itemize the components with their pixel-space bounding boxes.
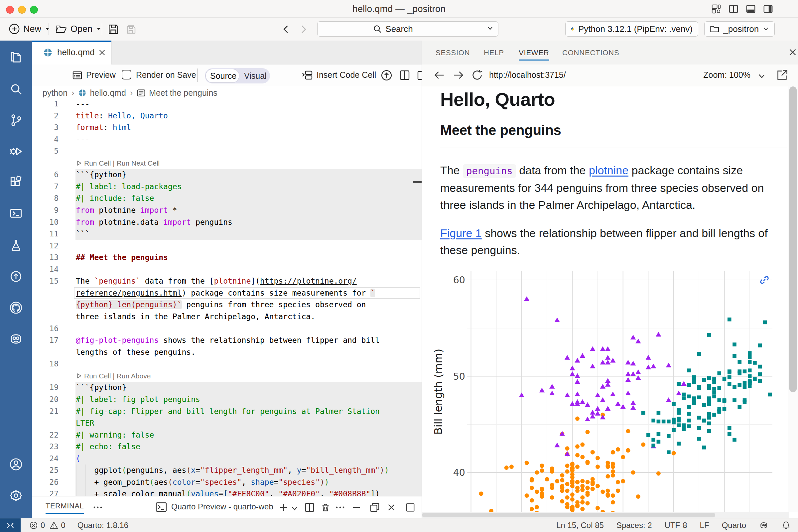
terminal-session-label[interactable]: Quarto Preview - quarto-web	[171, 502, 273, 511]
code-line[interactable]: LTER	[32, 417, 413, 429]
breadcrumb-folder[interactable]: python	[42, 88, 68, 98]
toggle-secondary-sidebar-icon[interactable]	[763, 4, 773, 14]
horizontal-scrollbar-thumb[interactable]	[422, 513, 715, 517]
code-line[interactable]: 18	[32, 358, 413, 370]
tab-viewer[interactable]: VIEWER	[519, 49, 549, 60]
code-line[interactable]: 21#| fig-cap: Flipper and bill length fo…	[32, 406, 413, 418]
code-line[interactable]: 12	[32, 240, 413, 252]
language-mode[interactable]: Quarto	[722, 521, 746, 530]
terminal-dropdown-chevron-icon[interactable]	[291, 505, 299, 512]
copilot-icon[interactable]	[8, 331, 24, 347]
code-line[interactable]: 9from plotnine import *	[32, 205, 413, 216]
tab-session[interactable]: SESSION	[436, 49, 470, 57]
viewer-zoom-label[interactable]: Zoom: 100%	[703, 70, 750, 80]
toggle-panel-icon[interactable]	[746, 4, 756, 14]
code-line[interactable]: 8#| include: false	[32, 192, 413, 205]
code-line[interactable]: 5	[32, 145, 413, 157]
code-line[interactable]: 7#| label: load-packages	[32, 181, 413, 193]
indentation[interactable]: Spaces: 2	[616, 521, 652, 530]
viewer-url[interactable]: http://localhost:3715/	[489, 70, 566, 80]
code-line[interactable]: 27 + scale_color_manual(values=["#FF8C00…	[32, 488, 413, 496]
settings-gear-icon[interactable]	[8, 488, 24, 504]
search-history-chevron-icon[interactable]	[487, 25, 493, 35]
viewer-back-icon[interactable]	[433, 69, 445, 81]
visual-toggle-label[interactable]: Visual	[244, 71, 267, 81]
breadcrumb-symbol[interactable]: Meet the penguins	[149, 88, 217, 98]
code-line[interactable]: 24(	[32, 453, 413, 465]
figure-anchor-link-icon[interactable]	[758, 274, 771, 286]
navigate-back-icon[interactable]	[281, 24, 291, 34]
terminal-tab[interactable]: TERMINAL	[45, 502, 84, 514]
new-terminal-icon[interactable]	[279, 502, 289, 512]
notifications-bell-icon[interactable]	[781, 521, 791, 530]
kill-terminal-icon[interactable]	[321, 502, 330, 512]
close-panel-icon[interactable]	[386, 502, 396, 512]
viewer-reload-icon[interactable]	[471, 69, 483, 81]
quarto-version[interactable]: Quarto: 1.8.16	[77, 521, 128, 530]
remote-indicator[interactable]	[0, 518, 21, 532]
copilot-status-icon[interactable]	[759, 520, 769, 530]
workspace-selector-button[interactable]: _positron	[704, 21, 775, 37]
search-icon[interactable]	[8, 81, 24, 97]
code-line[interactable]: 14	[32, 264, 413, 276]
explorer-icon[interactable]	[8, 50, 24, 65]
save-icon[interactable]	[108, 24, 119, 35]
render-document-icon[interactable]	[381, 70, 392, 81]
open-in-browser-icon[interactable]	[776, 69, 788, 81]
code-line[interactable]: 22#| warning: false	[32, 429, 413, 441]
code-line[interactable]: 2title: Hello, Quarto	[32, 110, 413, 122]
minimize-panel-icon[interactable]	[352, 502, 361, 512]
breadcrumb-file[interactable]: hello.qmd	[90, 88, 126, 98]
code-line[interactable]: 20#| label: fig-plot-penguins	[32, 394, 413, 406]
open-button[interactable]: Open	[55, 22, 102, 36]
code-line[interactable]: 19```{python}	[32, 382, 413, 394]
run-and-debug-icon[interactable]	[8, 144, 24, 159]
zoom-chevron-icon[interactable]	[757, 72, 766, 80]
panel-layout-icon[interactable]	[405, 502, 415, 512]
code-line[interactable]: 15The `penguins` data from the [plotnine…	[32, 275, 413, 287]
source-control-icon[interactable]	[8, 112, 24, 128]
code-editor[interactable]: 1---2title: Hello, Quarto3format: html4-…	[32, 98, 422, 496]
run-cell-decoration[interactable]: Run Cell | Run Next Cell	[32, 157, 413, 169]
problems-indicator[interactable]: 0 0	[29, 521, 65, 530]
code-line[interactable]: 4---	[32, 134, 413, 146]
code-line[interactable]: {python} len(penguins)` penguins from th…	[32, 299, 413, 311]
tab-connections[interactable]: CONNECTIONS	[562, 49, 619, 57]
customize-layout-icon[interactable]	[711, 4, 721, 14]
code-line[interactable]: 26 + geom_point(aes(color="species", sha…	[32, 476, 413, 489]
code-line[interactable]: three islands in the Palmer Archipelago,…	[32, 311, 413, 323]
source-toggle-label[interactable]: Source	[210, 71, 236, 81]
viewer-horizontal-scrollbar[interactable]	[422, 512, 789, 518]
terminal-more-actions-icon[interactable]	[336, 506, 345, 512]
code-line[interactable]: 1---	[32, 98, 413, 110]
eol-sequence[interactable]: LF	[700, 521, 709, 530]
code-line[interactable]: 3format: html	[32, 122, 413, 134]
encoding[interactable]: UTF-8	[665, 521, 687, 530]
insert-code-cell-icon[interactable]	[302, 70, 313, 80]
close-tab-icon[interactable]	[98, 48, 107, 57]
split-editor-icon[interactable]	[399, 70, 410, 80]
code-line[interactable]: 11```	[32, 228, 413, 240]
search-input[interactable]: Search	[317, 21, 498, 37]
code-line[interactable]: 23#| echo: false	[32, 441, 413, 453]
code-line[interactable]: lengths of these penguins.	[32, 346, 413, 358]
publish-icon[interactable]	[8, 269, 24, 284]
viewer-forward-icon[interactable]	[453, 69, 464, 81]
navigate-forward-icon[interactable]	[299, 24, 308, 34]
new-button[interactable]: New	[8, 22, 51, 36]
extensions-icon[interactable]	[8, 175, 24, 191]
inline-link[interactable]: plotnine	[589, 164, 628, 176]
preview-button-label[interactable]: Preview	[86, 70, 116, 80]
inline-link[interactable]: Figure 1	[440, 227, 482, 240]
cursor-position[interactable]: Ln 15, Col 85	[556, 521, 604, 530]
code-line[interactable]: 25 ggplot(penguins, aes(x="flipper_lengt…	[32, 464, 413, 476]
panel-more-actions-icon[interactable]	[93, 506, 103, 512]
split-terminal-icon[interactable]	[305, 502, 315, 512]
preview-icon[interactable]	[72, 70, 82, 80]
code-line[interactable]: 17@fig-plot-penguins shows the relations…	[32, 335, 413, 346]
consoles-icon[interactable]	[8, 206, 24, 222]
account-icon[interactable]	[8, 457, 24, 472]
code-line[interactable]: 13## Meet the penguins	[32, 252, 413, 264]
code-line[interactable]: reference/penguins.html) package contain…	[32, 287, 413, 299]
tab-hello-qmd[interactable]: hello.qmd	[32, 41, 112, 64]
